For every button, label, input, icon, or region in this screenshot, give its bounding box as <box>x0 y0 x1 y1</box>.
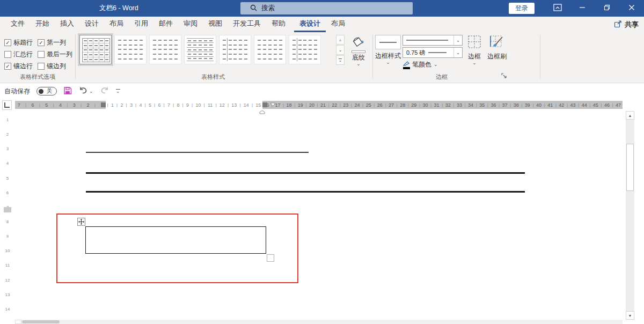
ruler-number: 43 <box>570 102 575 108</box>
tab-表设计[interactable]: 表设计 <box>294 17 326 32</box>
save-button[interactable] <box>63 86 72 97</box>
line-style-combo[interactable]: ⌄ <box>402 35 463 46</box>
tab-引用[interactable]: 引用 <box>129 17 153 32</box>
tab-视图[interactable]: 视图 <box>203 17 228 32</box>
ruler-number: 6 <box>31 102 34 108</box>
vertical-scrollbar-thumb[interactable] <box>626 144 634 191</box>
chevron-down-icon: ⌄ <box>386 61 390 64</box>
search-box[interactable]: 搜索 <box>240 2 413 14</box>
sign-in-button[interactable]: 登录 <box>509 3 535 14</box>
autosave-toggle[interactable]: 关 <box>36 87 57 95</box>
ruler-number: 18 <box>287 102 292 108</box>
chevron-down-icon: ⌄ <box>453 48 462 57</box>
tab-邮件[interactable]: 邮件 <box>153 17 178 32</box>
group-divider <box>75 35 76 79</box>
ruler-number: 10 <box>195 102 201 108</box>
ruler-number: 2 <box>86 102 89 108</box>
triangle-down-icon: ▼ <box>628 314 632 318</box>
share-button[interactable]: 共享 <box>614 17 639 32</box>
tab-插入[interactable]: 插入 <box>55 17 79 32</box>
pen-color-icon <box>402 61 410 69</box>
checkbox-汇总行[interactable]: 汇总行 <box>4 48 38 60</box>
title-bar: 文档6 - Word 搜索 登录 <box>0 0 644 17</box>
border-painter-label: 边框刷 <box>487 52 507 61</box>
checkbox-label: 汇总行 <box>13 50 33 59</box>
pen-color-button[interactable]: 笔颜色 ⌄ <box>402 60 438 69</box>
autosave-state: 关 <box>47 87 53 95</box>
checkbox-镶边行[interactable]: ✓镶边行 <box>4 60 38 72</box>
gallery-more-button[interactable]: ⌄ <box>336 55 345 65</box>
ruler-number: 21 <box>320 102 326 108</box>
shading-button[interactable]: 底纹 ⌄ <box>347 35 370 66</box>
table-style-thumbnail-1[interactable] <box>79 35 112 64</box>
ribbon-display-options-button[interactable] <box>545 0 570 17</box>
table-style-thumbnail-3[interactable] <box>149 35 181 64</box>
scroll-left-button[interactable] <box>15 320 21 324</box>
document-table-cell[interactable] <box>85 226 266 254</box>
tab-布局[interactable]: 布局 <box>326 17 350 32</box>
redo-button[interactable] <box>100 86 109 97</box>
undo-button[interactable]: ⌄ <box>78 86 93 97</box>
search-placeholder: 搜索 <box>261 4 275 13</box>
gallery-scroll-down-button[interactable]: ⌄ <box>336 45 345 55</box>
table-column-marker[interactable] <box>101 102 106 107</box>
ruler-text-area: |1|2|3|4|5|6|7|8|9|10|11|12|13|14|15 <box>106 101 262 109</box>
ruler-number: 6 <box>158 102 160 108</box>
vertical-ruler-number: 12 <box>5 278 10 283</box>
vertical-scrollbar[interactable] <box>626 111 634 320</box>
close-button[interactable] <box>619 0 644 17</box>
chevron-up-icon: ▲ <box>338 38 342 42</box>
customize-qat-button[interactable]: ⌄ <box>116 89 120 93</box>
table-resize-handle[interactable] <box>267 254 274 262</box>
tab-开发工具[interactable]: 开发工具 <box>228 17 266 32</box>
ribbon-tab-bar: 文件开始插入设计布局引用邮件审阅视图开发工具帮助表设计布局 <box>0 17 644 32</box>
ruler-number: 11 <box>208 102 213 108</box>
tab-文件[interactable]: 文件 <box>5 17 30 32</box>
restore-button[interactable] <box>595 0 619 17</box>
ruler-number: 26 <box>377 102 383 108</box>
checkbox-最后一列[interactable]: 最后一列 <box>38 48 80 60</box>
tab-开始[interactable]: 开始 <box>30 17 55 32</box>
tab-审阅[interactable]: 审阅 <box>178 17 203 32</box>
table-move-handle[interactable] <box>77 218 85 226</box>
right-indent-marker[interactable] <box>259 107 265 116</box>
document-horizontal-line-2 <box>86 191 525 193</box>
tab-帮助[interactable]: 帮助 <box>266 17 291 32</box>
line-weight-combo[interactable]: 0.75 磅 ⌄ <box>402 47 463 58</box>
ruler-number: 46 <box>604 102 610 108</box>
table-style-thumbnail-4[interactable] <box>184 35 216 64</box>
restore-icon <box>604 4 610 12</box>
horizontal-scrollbar[interactable] <box>15 320 623 324</box>
first-line-indent-marker[interactable] <box>270 99 276 109</box>
borders-dialog-launcher[interactable] <box>501 71 507 80</box>
checkbox-第一列[interactable]: ✓第一列 <box>38 36 80 48</box>
table-style-options-group: ✓标题行✓第一列汇总行最后一列✓镶边行镶边列 <box>4 36 80 72</box>
gallery-scroll-up-button[interactable]: ▲ <box>336 35 345 45</box>
border-painter-button[interactable]: 边框刷 <box>485 35 509 61</box>
ruler-number: 2 <box>120 102 123 108</box>
minimize-button[interactable] <box>570 0 595 17</box>
ruler-number: 45 <box>593 102 598 108</box>
checkbox-label: 镶边列 <box>47 62 66 71</box>
checkbox-标题行[interactable]: ✓标题行 <box>4 36 38 48</box>
table-style-thumbnail-6[interactable] <box>254 35 286 64</box>
border-styles-button[interactable]: 边框样式 ⌄ <box>375 35 401 64</box>
checked-box-icon: ✓ <box>4 39 11 46</box>
horizontal-scrollbar-thumb[interactable] <box>22 320 60 323</box>
scroll-down-button[interactable]: ▼ <box>626 311 634 320</box>
borders-button[interactable]: 边框 ⌄ <box>465 35 484 65</box>
vertical-ruler[interactable]: 1234567891011121314 <box>4 113 11 316</box>
ruler-number: 5 <box>149 102 151 108</box>
table-style-thumbnail-2[interactable] <box>114 35 147 64</box>
tab-设计[interactable]: 设计 <box>79 17 104 32</box>
ruler-number: 22 <box>332 102 337 108</box>
tab-布局[interactable]: 布局 <box>104 17 129 32</box>
table-style-thumbnail-7[interactable] <box>289 35 321 64</box>
table-style-thumbnail-5[interactable] <box>219 35 251 64</box>
tab-stop-selector[interactable] <box>2 100 12 110</box>
scroll-up-button[interactable]: ▲ <box>626 111 634 120</box>
checkbox-label: 镶边行 <box>13 62 33 71</box>
checkbox-镶边列[interactable]: 镶边列 <box>38 60 80 72</box>
ribbon-display-options-icon <box>553 4 562 13</box>
horizontal-ruler[interactable]: 7|6|5|4|3|2|1 |1|2|3|4|5|6|7|8|9|10|11|1… <box>15 101 623 109</box>
